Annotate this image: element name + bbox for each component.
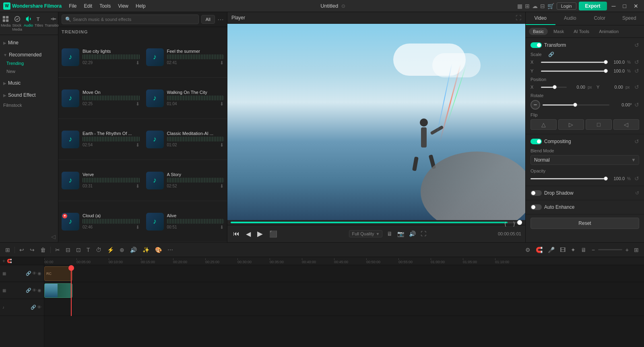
scale-x-slider[interactable] [541, 62, 606, 63]
subtab-ai-tools[interactable]: AI Tools [570, 28, 593, 35]
tl-grid-btn[interactable]: ⊞ [3, 245, 12, 254]
music-item-5[interactable]: ♪ Earth - The Rhythm Of ... 02:54 ⬇ [58, 119, 143, 160]
auto-enhance-toggle[interactable] [530, 204, 542, 210]
blend-mode-select[interactable]: Normal [530, 155, 639, 165]
search-box[interactable]: 🔍 [62, 15, 199, 24]
prev-frame-button[interactable]: ⏮ [231, 229, 241, 239]
zoom-slider[interactable] [598, 249, 622, 250]
music-header[interactable]: ▶ Music [0, 79, 58, 87]
tl-zoom-fit-btn[interactable]: ⊕ [118, 245, 126, 254]
tl-split-btn[interactable]: ⊟ [64, 245, 72, 254]
sound-effect-header[interactable]: ▶ Sound Effect [0, 91, 58, 100]
scale-x-reset[interactable]: ↺ [634, 59, 639, 65]
download-icon-9[interactable]: ⬇ [136, 224, 140, 230]
music-item-6[interactable]: ♪ Classic Meditation-AI ... 01:02 ⬇ [143, 119, 227, 160]
flip-btn-2[interactable]: ▷ [558, 119, 584, 130]
opacity-thumb[interactable] [604, 177, 608, 181]
flip-btn-1[interactable]: △ [530, 119, 557, 130]
rotate-reset[interactable]: ↺ [634, 102, 639, 108]
track-3-link[interactable]: 🔗 [31, 305, 36, 310]
tl-snap-btn[interactable]: 🧲 [534, 245, 545, 254]
mine-header[interactable]: ▶ Mine [0, 38, 58, 47]
tab-speed[interactable]: Speed [615, 12, 644, 25]
menu-view[interactable]: View [115, 2, 132, 10]
monitor-icon[interactable]: 🖥 [386, 229, 394, 238]
tl-mic-btn[interactable]: 🎤 [546, 245, 557, 254]
scale-x-thumb[interactable] [604, 60, 608, 64]
download-icon-7[interactable]: ⬇ [136, 183, 140, 189]
tl-crop-btn[interactable]: ⊡ [74, 245, 83, 254]
download-icon-6[interactable]: ⬇ [220, 142, 224, 148]
track-2-eye[interactable]: 👁 [32, 288, 37, 293]
tl-text-btn[interactable]: T [85, 245, 92, 254]
opacity-reset[interactable]: ↺ [634, 175, 639, 182]
download-icon-1[interactable]: ⬇ [136, 60, 140, 66]
music-item-8[interactable]: ♪ A Story 02:52 ⬇ [143, 160, 227, 201]
music-item-3[interactable]: ♪ Move On 02:25 ⬇ [58, 78, 143, 119]
tl-delete-btn[interactable]: 🗑 [38, 245, 48, 254]
sidebar-item-trending[interactable]: Trending [0, 59, 58, 67]
login-button[interactable]: Login [557, 2, 576, 10]
download-icon-3[interactable]: ⬇ [136, 101, 140, 107]
download-icon-2[interactable]: ⬇ [220, 60, 224, 66]
subtab-mask[interactable]: Mask [549, 28, 568, 35]
tl-film-btn[interactable]: 🎞 [558, 245, 568, 254]
clip-video-1[interactable] [44, 283, 72, 298]
tl-color-btn[interactable]: 🎨 [153, 245, 164, 254]
fullscreen-icon[interactable]: ⛶ [516, 15, 521, 21]
progress-thumb[interactable] [517, 220, 522, 225]
tl-cut-btn[interactable]: ✂ [53, 245, 62, 254]
recommended-header[interactable]: ▼ Recommended [0, 50, 58, 59]
menu-file[interactable]: File [66, 2, 80, 10]
music-item-9[interactable]: ♥ ♪ Cloud (a) 02:46 ⬇ [58, 201, 143, 242]
track-3-eye[interactable]: 👁 [37, 305, 41, 310]
scale-y-slider[interactable] [541, 71, 606, 72]
music-item-10[interactable]: ♪ Alive 00:51 ⬇ [143, 201, 227, 242]
tab-audio[interactable]: Audio [555, 12, 585, 25]
scale-y-reset[interactable]: ↺ [634, 68, 639, 74]
track-1-eye[interactable]: 👁 [32, 271, 37, 276]
position-x-thumb[interactable] [553, 85, 557, 89]
rotate-dial[interactable] [530, 100, 540, 110]
expand-icon[interactable]: ⛶ [419, 229, 427, 238]
rotate-slider[interactable] [543, 104, 609, 106]
track-2-show[interactable]: ◉ [37, 288, 41, 293]
nav-titles[interactable]: T Titles [34, 13, 44, 34]
opacity-slider[interactable] [530, 178, 606, 179]
track-1-link[interactable]: 🔗 [26, 271, 31, 276]
prev-button[interactable]: ◀ [244, 229, 252, 239]
drop-shadow-toggle[interactable] [530, 190, 542, 196]
timeline-playhead[interactable] [71, 265, 72, 316]
music-item-2[interactable]: ♪ Feel the summer 02:41 ⬇ [143, 37, 227, 78]
filter-all-button[interactable]: All [201, 15, 215, 24]
play-button[interactable]: ▶ [256, 228, 264, 240]
nav-audio[interactable]: Audio [23, 13, 34, 34]
tl-ai-btn[interactable]: ✨ [140, 245, 151, 254]
position-reset[interactable]: ↺ [634, 84, 639, 90]
track-2-link[interactable]: 🔗 [26, 288, 31, 293]
maximize-button[interactable]: □ [621, 2, 629, 10]
drop-shadow-expand-icon[interactable]: ↺ [635, 190, 639, 196]
transform-reset-icon[interactable]: ↺ [634, 42, 639, 48]
download-icon-4[interactable]: ⬇ [220, 101, 224, 107]
rotate-thumb[interactable] [573, 103, 577, 107]
nav-media[interactable]: Media [0, 13, 12, 34]
track-1-show[interactable]: ◉ [37, 271, 41, 276]
nav-stock[interactable]: Stock Media [12, 13, 23, 34]
music-item-4[interactable]: ♪ Walking On The City 01:04 ⬇ [143, 78, 227, 119]
sidebar-item-filmstock[interactable]: Filmstock [0, 101, 58, 109]
compositing-toggle[interactable] [530, 139, 542, 144]
download-icon-8[interactable]: ⬇ [220, 183, 224, 189]
flip-btn-3[interactable]: □ [586, 119, 612, 130]
tl-layout-btn[interactable]: ⊞ [632, 245, 641, 254]
subtab-basic[interactable]: Basic [529, 28, 548, 35]
stop-button[interactable]: ⬛ [268, 229, 279, 239]
tl-vol-btn[interactable]: 🔊 [128, 245, 139, 254]
tab-color[interactable]: Color [585, 12, 615, 25]
tl-fx-btn[interactable]: ✦ [569, 245, 578, 254]
tl-undo-btn[interactable]: ↩ [17, 245, 26, 254]
download-icon-10[interactable]: ⬇ [220, 224, 224, 230]
menu-help[interactable]: Help [132, 2, 149, 10]
sidebar-item-new[interactable]: New [0, 67, 58, 75]
tl-redo-btn[interactable]: ↪ [28, 245, 37, 254]
